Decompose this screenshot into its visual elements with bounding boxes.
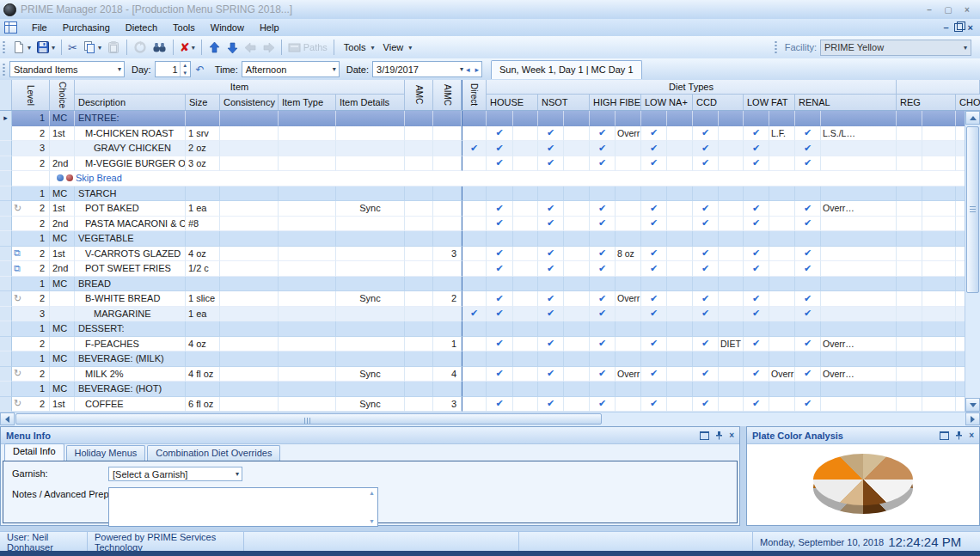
direct-cell[interactable] bbox=[462, 261, 487, 277]
diet-check-cell[interactable] bbox=[538, 111, 564, 126]
consistency-cell[interactable] bbox=[220, 337, 279, 352]
diet-text-cell[interactable] bbox=[513, 126, 538, 142]
diet-text-cell[interactable] bbox=[667, 382, 693, 397]
scroll-up-icon[interactable]: ▲ bbox=[366, 490, 377, 496]
vertical-scroll-thumb[interactable] bbox=[966, 126, 979, 293]
item-type-cell[interactable] bbox=[279, 111, 336, 126]
diet-text-cell[interactable] bbox=[564, 277, 590, 292]
diet-text-cell[interactable] bbox=[564, 217, 590, 232]
diet-check-cell[interactable] bbox=[795, 321, 821, 337]
choice-cell[interactable] bbox=[50, 141, 75, 156]
column-header-size[interactable]: Size bbox=[186, 95, 220, 110]
diet-check-cell[interactable]: ✔ bbox=[693, 217, 719, 232]
diet-check-cell[interactable]: ✔ bbox=[641, 261, 667, 277]
diet-text-cell[interactable] bbox=[564, 351, 590, 367]
level-cell[interactable]: 1 bbox=[12, 277, 50, 292]
row-indicator[interactable] bbox=[0, 217, 12, 232]
scroll-down-icon[interactable]: ▼ bbox=[366, 518, 377, 524]
amc-cell[interactable] bbox=[405, 111, 433, 126]
day-stepper[interactable]: 1 ▲▼ bbox=[155, 61, 191, 77]
row-indicator[interactable] bbox=[0, 201, 12, 217]
diet-check-cell[interactable] bbox=[795, 186, 821, 202]
item-type-cell[interactable] bbox=[279, 126, 336, 142]
diet-text-cell[interactable] bbox=[821, 307, 897, 322]
diet-text-cell[interactable] bbox=[616, 231, 641, 247]
direct-cell[interactable] bbox=[462, 351, 487, 367]
diet-text-cell[interactable] bbox=[513, 217, 538, 232]
size-cell[interactable]: 4 oz bbox=[186, 247, 220, 262]
level-cell[interactable]: 2 bbox=[12, 126, 50, 142]
diet-text-cell[interactable] bbox=[821, 217, 897, 232]
level-cell[interactable]: ↻2 bbox=[12, 201, 50, 217]
copy-button[interactable]: ▾ bbox=[81, 39, 103, 56]
menu-item-dietech[interactable]: Dietech bbox=[118, 20, 165, 35]
row-indicator[interactable] bbox=[0, 382, 12, 397]
diet-check-cell[interactable]: ✔ bbox=[538, 126, 564, 142]
minimize-icon[interactable]: – bbox=[922, 3, 937, 15]
column-header-ccd[interactable]: CCD bbox=[693, 95, 744, 110]
diet-check-cell[interactable]: ✔ bbox=[693, 307, 719, 322]
diet-check-cell[interactable] bbox=[590, 382, 616, 397]
consistency-cell[interactable] bbox=[220, 397, 279, 412]
diet-text-cell[interactable] bbox=[616, 141, 641, 156]
diet-check-cell[interactable]: ✔ bbox=[641, 126, 667, 142]
diet-text-cell[interactable] bbox=[564, 367, 590, 382]
aimc-cell[interactable] bbox=[433, 156, 462, 172]
diet-check-cell[interactable] bbox=[897, 126, 922, 142]
diet-text-cell[interactable]: Overr… bbox=[821, 201, 897, 217]
diet-check-cell[interactable]: ✔ bbox=[693, 247, 719, 262]
aimc-cell[interactable] bbox=[433, 186, 462, 202]
aimc-cell[interactable]: 1 bbox=[433, 337, 462, 352]
notes-field[interactable]: ▲▼ bbox=[108, 487, 378, 527]
diet-text-cell[interactable] bbox=[821, 156, 897, 172]
plate-color-header[interactable]: Plate Color Analysis × bbox=[747, 427, 979, 444]
description-cell[interactable]: DESSERT: bbox=[75, 321, 186, 337]
amc-cell[interactable] bbox=[405, 351, 433, 367]
description-cell[interactable]: GRAVY CHICKEN bbox=[75, 141, 186, 156]
diet-text-cell[interactable]: L.S./L… bbox=[821, 126, 897, 142]
consistency-cell[interactable] bbox=[220, 307, 279, 322]
column-header-consistency[interactable]: Consistency bbox=[220, 95, 279, 110]
diet-check-cell[interactable]: ✔ bbox=[487, 247, 513, 262]
panel-close-icon[interactable]: × bbox=[729, 431, 734, 439]
diet-text-cell[interactable] bbox=[821, 397, 897, 412]
item-details-cell[interactable]: Sync bbox=[336, 397, 405, 412]
table-row[interactable]: 22ndPASTA MACARONI & C…#8✔✔✔✔✔✔✔ bbox=[0, 217, 980, 232]
diet-check-cell[interactable]: ✔ bbox=[487, 217, 513, 232]
choice-cell[interactable]: 2nd bbox=[50, 261, 75, 277]
tab-combination-diet-overrides[interactable]: Combination Diet Overrides bbox=[147, 445, 280, 461]
choice-cell[interactable]: 1st bbox=[50, 247, 75, 262]
aimc-cell[interactable] bbox=[433, 111, 462, 126]
column-header-item-details[interactable]: Item Details bbox=[336, 95, 405, 110]
diet-text-cell[interactable] bbox=[667, 277, 693, 292]
diet-check-cell[interactable] bbox=[538, 351, 564, 367]
row-indicator[interactable] bbox=[0, 247, 12, 262]
diet-check-cell[interactable] bbox=[897, 397, 922, 412]
level-cell[interactable]: ↻2 bbox=[12, 397, 50, 412]
diet-check-cell[interactable]: ✔ bbox=[641, 337, 667, 352]
diet-text-cell[interactable] bbox=[616, 277, 641, 292]
diet-text-cell[interactable] bbox=[564, 337, 590, 352]
diet-text-cell[interactable] bbox=[769, 291, 795, 307]
diet-text-cell[interactable] bbox=[769, 337, 795, 352]
diet-check-cell[interactable]: ✔ bbox=[641, 247, 667, 262]
diet-check-cell[interactable] bbox=[641, 111, 667, 126]
facility-grip[interactable] bbox=[775, 40, 777, 54]
diet-check-cell[interactable]: ✔ bbox=[487, 397, 513, 412]
panel-close-icon[interactable]: × bbox=[969, 431, 974, 439]
consistency-cell[interactable] bbox=[220, 247, 279, 262]
save-button[interactable]: ▾ bbox=[34, 39, 57, 56]
diet-text-cell[interactable] bbox=[667, 141, 693, 156]
diet-text-cell[interactable] bbox=[922, 321, 956, 337]
date-field[interactable]: 3/19/2017 ▾ ◂ ▸ bbox=[372, 61, 482, 77]
diet-check-cell[interactable]: ✔ bbox=[744, 201, 769, 217]
diet-text-cell[interactable] bbox=[769, 397, 795, 412]
diet-text-cell[interactable] bbox=[719, 201, 744, 217]
choice-cell[interactable]: MC bbox=[50, 111, 75, 126]
table-row[interactable]: 1MCBEVERAGE: (HOT) bbox=[0, 382, 980, 397]
consistency-cell[interactable] bbox=[220, 141, 279, 156]
spin-up-icon[interactable]: ▲ bbox=[181, 62, 190, 70]
item-type-cell[interactable] bbox=[279, 307, 336, 322]
diet-check-cell[interactable]: ✔ bbox=[487, 156, 513, 172]
consistency-cell[interactable] bbox=[220, 261, 279, 277]
